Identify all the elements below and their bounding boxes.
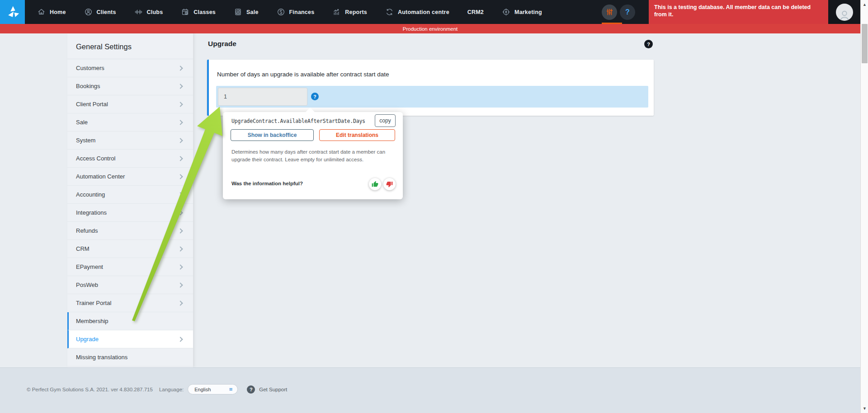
perfect-gym-logo[interactable] bbox=[0, 0, 25, 24]
logo-star-icon bbox=[5, 5, 20, 20]
page-help-button[interactable]: ? bbox=[644, 40, 653, 48]
chevron-right-icon bbox=[178, 246, 183, 251]
environment-strip: Production environment bbox=[0, 24, 860, 33]
classes-icon bbox=[181, 8, 189, 16]
days-input[interactable] bbox=[218, 88, 307, 106]
nav-item-clients[interactable]: Clients bbox=[84, 0, 116, 24]
marketing-icon bbox=[502, 8, 510, 16]
chevron-right-icon bbox=[178, 210, 183, 215]
sidebar-item-upgrade[interactable]: Upgrade bbox=[67, 330, 193, 348]
sidebar-title: General Settings bbox=[67, 33, 193, 59]
thumbs-down-icon bbox=[386, 181, 393, 188]
sidebar-item-integrations[interactable]: Integrations bbox=[67, 204, 193, 222]
clubs-icon bbox=[134, 8, 143, 16]
vertical-scrollbar[interactable]: ▲ ▼ bbox=[860, 0, 868, 413]
settings-sidebar: General Settings Customers Bookings Clie… bbox=[67, 33, 193, 367]
nav-item-crm2[interactable]: CRM2 bbox=[467, 0, 484, 24]
chevron-right-icon bbox=[178, 156, 183, 161]
sidebar-items: Customers Bookings Client Portal Sale Sy… bbox=[67, 59, 193, 366]
sidebar-item-client-portal[interactable]: Client Portal bbox=[67, 95, 193, 113]
sidebar-item-refunds[interactable]: Refunds bbox=[67, 222, 193, 240]
nav-right-controls: ? bbox=[602, 0, 635, 24]
sidebar-item-posweb[interactable]: PosWeb bbox=[67, 276, 193, 294]
chevron-right-icon bbox=[178, 120, 183, 125]
chevron-right-icon bbox=[178, 228, 183, 233]
nav-item-classes[interactable]: Classes bbox=[181, 0, 216, 24]
chevron-right-icon bbox=[178, 337, 183, 342]
footer-row: © Perfect Gym Solutions S.A. 2021. ver 4… bbox=[27, 384, 287, 394]
reports-icon bbox=[332, 8, 341, 16]
language-value: English bbox=[194, 387, 229, 392]
sidebar-item-customers[interactable]: Customers bbox=[67, 59, 193, 77]
sidebar-item-membership[interactable]: Membership bbox=[67, 312, 193, 330]
home-icon bbox=[37, 8, 46, 16]
scroll-up-arrow-icon[interactable]: ▲ bbox=[861, 2, 868, 7]
scroll-down-arrow-icon[interactable]: ▼ bbox=[861, 406, 868, 411]
sidebar-item-accounting[interactable]: Accounting bbox=[67, 186, 193, 204]
sidebar-item-access-control[interactable]: Access Control bbox=[67, 150, 193, 168]
clients-icon bbox=[84, 8, 93, 16]
chevron-right-icon bbox=[178, 264, 183, 269]
setting-help-button[interactable]: ? bbox=[311, 93, 319, 100]
footer: © Perfect Gym Solutions S.A. 2021. ver 4… bbox=[0, 367, 860, 413]
nav-item-marketing[interactable]: Marketing bbox=[502, 0, 542, 24]
setting-description: Determines how many days after contract … bbox=[231, 148, 393, 164]
nav-item-finances[interactable]: Finances bbox=[277, 0, 315, 24]
get-support-link[interactable]: ? Get Support bbox=[247, 385, 287, 394]
thumbs-down-button[interactable] bbox=[383, 178, 396, 190]
nav-item-clubs[interactable]: Clubs bbox=[134, 0, 163, 24]
setting-card: Number of days an upgrade is available a… bbox=[207, 60, 654, 116]
sidebar-item-automation-center[interactable]: Automation Center bbox=[67, 168, 193, 186]
settings-sliders-button[interactable] bbox=[602, 5, 617, 20]
thumbs-up-icon bbox=[372, 181, 378, 188]
language-dropdown[interactable]: English ≡ bbox=[188, 384, 238, 394]
sidebar-item-crm[interactable]: CRM bbox=[67, 240, 193, 258]
chevron-right-icon bbox=[178, 66, 183, 70]
sidebar-item-bookings[interactable]: Bookings bbox=[67, 77, 193, 95]
nav-help-button[interactable]: ? bbox=[620, 5, 635, 20]
sidebar-item-sale[interactable]: Sale bbox=[67, 113, 193, 131]
finances-icon bbox=[277, 8, 285, 16]
person-icon bbox=[838, 9, 851, 21]
copyright-text: © Perfect Gym Solutions S.A. 2021. ver 4… bbox=[27, 387, 153, 392]
sidebar-item-missing-translations[interactable]: Missing translations bbox=[67, 348, 193, 366]
feedback-question: Was the information helpful? bbox=[231, 181, 303, 186]
nav-item-home[interactable]: Home bbox=[37, 0, 66, 24]
sliders-icon bbox=[605, 8, 614, 16]
nav-item-automation-centre[interactable]: Automation centre bbox=[385, 0, 449, 24]
app-root: Home Clients Clubs Classes Sale Finances… bbox=[0, 0, 868, 413]
sale-icon bbox=[234, 8, 242, 16]
setting-label: Number of days an upgrade is available a… bbox=[217, 71, 389, 78]
sidebar-item-system[interactable]: System bbox=[67, 131, 193, 150]
hamburger-icon: ≡ bbox=[229, 386, 233, 393]
language-label: Language: bbox=[159, 387, 184, 392]
question-mark-icon: ? bbox=[313, 94, 316, 99]
question-mark-icon: ? bbox=[247, 385, 255, 394]
testing-database-banner: This is a testing database. All member d… bbox=[649, 0, 828, 24]
user-avatar[interactable] bbox=[836, 4, 853, 21]
thumbs-up-button[interactable] bbox=[369, 178, 381, 190]
automation-icon bbox=[385, 8, 394, 16]
chevron-right-icon bbox=[178, 84, 183, 89]
sidebar-item-epayment[interactable]: EPayment bbox=[67, 258, 193, 276]
nav-item-reports[interactable]: Reports bbox=[332, 0, 367, 24]
scrollbar-thumb[interactable] bbox=[862, 24, 868, 63]
page-title: Upgrade bbox=[208, 40, 236, 48]
translation-key: UpgradeContract.AvailableAfterStartDate.… bbox=[231, 118, 365, 124]
nav-menu: Home Clients Clubs Classes Sale Finances… bbox=[37, 0, 542, 24]
sidebar-item-trainer-portal[interactable]: Trainer Portal bbox=[67, 294, 193, 312]
chevron-right-icon bbox=[178, 300, 183, 305]
chevron-right-icon bbox=[178, 282, 183, 287]
question-mark-icon: ? bbox=[625, 8, 630, 16]
copy-button[interactable]: copy bbox=[375, 114, 396, 127]
chevron-right-icon bbox=[178, 192, 183, 197]
nav-item-sale[interactable]: Sale bbox=[234, 0, 259, 24]
avatar-zone bbox=[828, 0, 860, 24]
translation-popup: UpgradeContract.AvailableAfterStartDate.… bbox=[223, 112, 403, 199]
chevron-right-icon bbox=[178, 174, 183, 179]
show-in-backoffice-button[interactable]: Show in backoffice bbox=[231, 129, 314, 141]
chevron-right-icon bbox=[178, 138, 183, 143]
edit-translations-button[interactable]: Edit translations bbox=[319, 129, 395, 141]
question-mark-icon: ? bbox=[647, 42, 650, 47]
popup-actions: Show in backoffice Edit translations bbox=[231, 129, 395, 141]
